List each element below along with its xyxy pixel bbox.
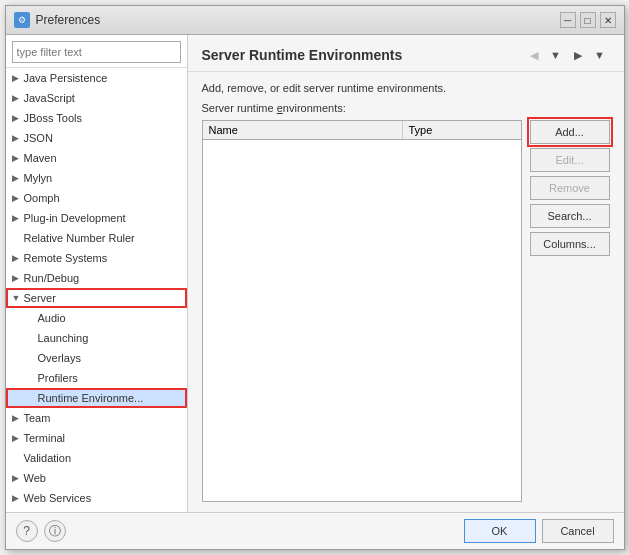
tree-item-overlays[interactable]: ▶ Overlays — [6, 348, 187, 368]
tree-item-json[interactable]: ▶ JSON — [6, 128, 187, 148]
tree-item-profilers[interactable]: ▶ Profilers — [6, 368, 187, 388]
cancel-button[interactable]: Cancel — [542, 519, 614, 543]
ok-button[interactable]: OK — [464, 519, 536, 543]
tree-label: JavaScript — [24, 92, 75, 104]
bottom-bar: ? ⓘ OK Cancel — [6, 512, 624, 549]
add-button[interactable]: Add... — [530, 120, 610, 144]
minimize-button[interactable]: ─ — [560, 12, 576, 28]
expand-arrow: ▶ — [12, 93, 24, 103]
tree-label: Mylyn — [24, 172, 53, 184]
maximize-button[interactable]: □ — [580, 12, 596, 28]
expand-arrow: ▶ — [12, 413, 24, 423]
right-body: Add, remove, or edit server runtime envi… — [188, 72, 624, 512]
tree-item-web[interactable]: ▶ Web — [6, 468, 187, 488]
nav-menu-button[interactable]: ▼ — [590, 45, 610, 65]
close-button[interactable]: ✕ — [600, 12, 616, 28]
expand-arrow: ▶ — [12, 253, 24, 263]
bottom-left: ? ⓘ — [16, 520, 66, 542]
help-button[interactable]: ? — [16, 520, 38, 542]
tree-label: Java Persistence — [24, 72, 108, 84]
left-panel: ▶ Java Persistence ▶ JavaScript ▶ JBoss … — [6, 35, 188, 512]
table-body — [203, 140, 521, 340]
nav-back-button[interactable]: ◀ — [524, 45, 544, 65]
nav-buttons: ◀ ▼ ▶ ▼ — [524, 45, 610, 65]
tree-label: Validation — [24, 452, 72, 464]
tree-label: Run/Debug — [24, 272, 80, 284]
expand-arrow: ▶ — [12, 473, 24, 483]
environments-label: Server runtime environments: — [202, 102, 610, 114]
tree-item-server[interactable]: ▼ Server — [6, 288, 187, 308]
tree-label: Overlays — [38, 352, 81, 364]
expand-arrow: ▶ — [12, 273, 24, 283]
tree-item-remote-systems[interactable]: ▶ Remote Systems — [6, 248, 187, 268]
tree-item-maven[interactable]: ▶ Maven — [6, 148, 187, 168]
filter-input[interactable] — [12, 41, 181, 63]
tree-item-javascript[interactable]: ▶ JavaScript — [6, 88, 187, 108]
expand-arrow: ▶ — [12, 133, 24, 143]
expand-arrow: ▶ — [12, 153, 24, 163]
tree-item-runtime-environments[interactable]: ▶ Runtime Environme... — [6, 388, 187, 408]
tree-item-audio[interactable]: ▶ Audio — [6, 308, 187, 328]
col-type-header: Type — [403, 121, 521, 139]
tree-label: JSON — [24, 132, 53, 144]
tree-item-java-persistence[interactable]: ▶ Java Persistence — [6, 68, 187, 88]
tree-item-jboss-tools[interactable]: ▶ JBoss Tools — [6, 108, 187, 128]
search-button[interactable]: Search... — [530, 204, 610, 228]
filter-box — [6, 35, 187, 68]
content-area: ▶ Java Persistence ▶ JavaScript ▶ JBoss … — [6, 35, 624, 512]
tree-item-validation[interactable]: ▶ Validation — [6, 448, 187, 468]
tree-item-run-debug[interactable]: ▶ Run/Debug — [6, 268, 187, 288]
table-and-buttons: Name Type Add... Edit... Remove Search..… — [202, 120, 610, 502]
remove-button[interactable]: Remove — [530, 176, 610, 200]
tree-label: Remote Systems — [24, 252, 108, 264]
tree-label: Terminal — [24, 432, 66, 444]
tree-item-launching[interactable]: ▶ Launching — [6, 328, 187, 348]
expand-arrow: ▶ — [12, 433, 24, 443]
title-bar: ⚙ Preferences ─ □ ✕ — [6, 6, 624, 35]
title-controls: ─ □ ✕ — [560, 12, 616, 28]
description-text: Add, remove, or edit server runtime envi… — [202, 82, 610, 94]
tree-label: Team — [24, 412, 51, 424]
right-header: Server Runtime Environments ◀ ▼ ▶ ▼ — [188, 35, 624, 72]
col-name-header: Name — [203, 121, 403, 139]
tree-item-mylyn[interactable]: ▶ Mylyn — [6, 168, 187, 188]
tree-item-plugin-development[interactable]: ▶ Plug-in Development — [6, 208, 187, 228]
tree-label: Web Services — [24, 492, 92, 504]
table-header: Name Type — [203, 121, 521, 140]
tree-item-oomph[interactable]: ▶ Oomph — [6, 188, 187, 208]
expand-arrow: ▶ — [12, 173, 24, 183]
tree-container: ▶ Java Persistence ▶ JavaScript ▶ JBoss … — [6, 68, 187, 512]
columns-button[interactable]: Columns... — [530, 232, 610, 256]
tree-item-team[interactable]: ▶ Team — [6, 408, 187, 428]
tree-label: Maven — [24, 152, 57, 164]
expand-arrow: ▶ — [12, 113, 24, 123]
tree-label: Profilers — [38, 372, 78, 384]
right-panel: Server Runtime Environments ◀ ▼ ▶ ▼ Add,… — [188, 35, 624, 512]
expand-arrow: ▶ — [12, 493, 24, 503]
bottom-right: OK Cancel — [464, 519, 614, 543]
tree-label: Server — [24, 292, 56, 304]
expand-arrow: ▶ — [12, 73, 24, 83]
panel-title: Server Runtime Environments — [202, 47, 403, 63]
tree-item-web-services[interactable]: ▶ Web Services — [6, 488, 187, 508]
nav-forward-button[interactable]: ▶ — [568, 45, 588, 65]
info-button[interactable]: ⓘ — [44, 520, 66, 542]
tree-label: Relative Number Ruler — [24, 232, 135, 244]
tree-label: Audio — [38, 312, 66, 324]
title-bar-left: ⚙ Preferences — [14, 12, 101, 28]
tree-label: Plug-in Development — [24, 212, 126, 224]
expand-arrow: ▶ — [12, 213, 24, 223]
nav-dropdown-button[interactable]: ▼ — [546, 45, 566, 65]
tree-label: Launching — [38, 332, 89, 344]
preferences-dialog: ⚙ Preferences ─ □ ✕ ▶ Java Persistence ▶… — [5, 5, 625, 550]
tree-item-terminal[interactable]: ▶ Terminal — [6, 428, 187, 448]
tree-label: Runtime Environme... — [38, 392, 144, 404]
side-buttons: Add... Edit... Remove Search... Columns.… — [530, 120, 610, 502]
tree-label: Oomph — [24, 192, 60, 204]
dialog-icon: ⚙ — [14, 12, 30, 28]
edit-button[interactable]: Edit... — [530, 148, 610, 172]
tree-label: Web — [24, 472, 46, 484]
label-underline: e — [277, 102, 283, 114]
expand-arrow: ▶ — [12, 193, 24, 203]
tree-item-relative-number-ruler[interactable]: ▶ Relative Number Ruler — [6, 228, 187, 248]
